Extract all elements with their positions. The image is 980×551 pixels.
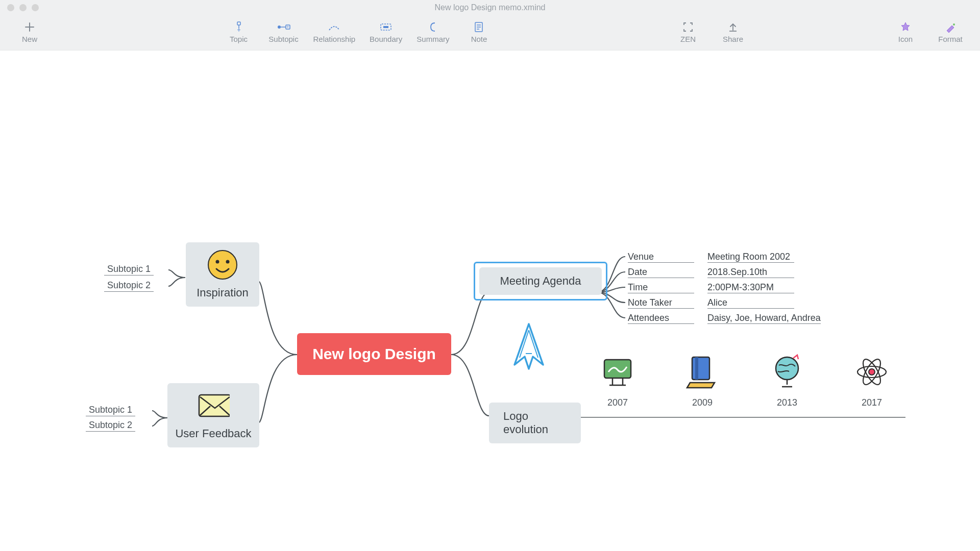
- toolbar-format[interactable]: Format: [928, 15, 973, 46]
- svg-text:+: +: [286, 24, 289, 30]
- icon-icon: [900, 19, 911, 35]
- toolbar-right-group-2: IconFormat: [883, 15, 980, 46]
- toolbar-label: Format: [938, 35, 963, 43]
- window-controls[interactable]: [0, 4, 39, 11]
- svg-point-2: [278, 26, 281, 29]
- topic-icon: +: [233, 19, 245, 35]
- svg-point-10: [216, 260, 219, 264]
- subtopic[interactable]: Subtopic 1: [104, 264, 154, 276]
- detail-key: Attendees: [628, 313, 694, 324]
- topic-logo-evolution[interactable]: Logo evolution: [489, 403, 581, 443]
- envelope-icon: [197, 389, 230, 422]
- toolbar-label: Relationship: [313, 35, 356, 43]
- format-icon: [945, 19, 956, 35]
- toolbar-label: New: [22, 35, 37, 43]
- svg-rect-0: [237, 22, 240, 25]
- topic-label: Inspiration: [197, 286, 249, 299]
- window-title: New logo Design memo.xmind: [435, 3, 546, 12]
- timeline-icon: [597, 354, 638, 390]
- timeline-icon: [682, 354, 723, 390]
- topic-inspiration[interactable]: Inspiration: [186, 242, 259, 307]
- svg-rect-6: [383, 26, 388, 28]
- meeting-detail-row[interactable]: VenueMeeting Room 2002: [628, 251, 794, 264]
- svg-point-16: [776, 357, 798, 380]
- meeting-detail-row[interactable]: AttendeesDaisy, Joe, Howard, Andrea: [628, 312, 821, 325]
- minimize-icon[interactable]: [19, 4, 27, 11]
- timeline-year: 2009: [682, 397, 723, 408]
- detail-value: Daisy, Joe, Howard, Andrea: [707, 313, 821, 324]
- svg-rect-12: [199, 395, 230, 416]
- toolbar-icon[interactable]: Icon: [883, 15, 928, 46]
- toolbar-relationship[interactable]: Relationship: [306, 15, 363, 46]
- subtopic[interactable]: Subtopic 2: [86, 420, 135, 432]
- svg-point-17: [869, 369, 875, 375]
- maximize-icon[interactable]: [32, 4, 39, 11]
- detail-key: Time: [628, 282, 694, 293]
- boundary-icon: [379, 19, 393, 35]
- timeline-year: 2007: [597, 397, 638, 408]
- subtopic[interactable]: Subtopic 2: [104, 280, 154, 292]
- title-bar: New logo Design memo.xmind: [0, 0, 980, 15]
- toolbar-label: Boundary: [370, 35, 402, 43]
- toolbar: New +Topic+SubtopicRelationshipBoundaryS…: [0, 15, 980, 51]
- toolbar-center-group: +Topic+SubtopicRelationshipBoundarySumma…: [216, 15, 502, 46]
- zen-icon: [682, 19, 694, 35]
- toolbar-label: Icon: [898, 35, 913, 43]
- mindmap-canvas[interactable]: New logo Design Inspiration Subtopic 1 S…: [0, 51, 980, 551]
- timeline-year: 2013: [767, 397, 807, 408]
- topic-meeting-agenda-selected[interactable]: Meeting Agenda: [474, 262, 607, 300]
- toolbar-note[interactable]: Note: [456, 15, 501, 46]
- note-icon: [474, 19, 484, 35]
- plus-icon: [24, 19, 35, 35]
- detail-value: 2018.Sep.10th: [707, 267, 794, 278]
- svg-point-9: [208, 251, 237, 279]
- meeting-detail-row[interactable]: Note TakerAlice: [628, 296, 794, 310]
- central-topic[interactable]: New logo Design: [297, 333, 451, 375]
- timeline-item-2013[interactable]: 2013: [767, 354, 807, 408]
- timeline-item-2007[interactable]: 2007: [597, 354, 638, 408]
- timeline-axis: [581, 417, 905, 418]
- meeting-detail-row[interactable]: Date2018.Sep.10th: [628, 266, 794, 279]
- smiley-icon: [206, 248, 239, 281]
- toolbar-label: ZEN: [680, 35, 696, 43]
- timeline-item-2017[interactable]: 2017: [851, 354, 892, 408]
- svg-rect-15: [695, 357, 698, 380]
- timeline-year: 2017: [851, 397, 892, 408]
- relationship-icon: [328, 19, 341, 35]
- subtopic[interactable]: Subtopic 1: [86, 405, 135, 416]
- toolbar-label: Subtopic: [268, 35, 298, 43]
- toolbar-summary[interactable]: Summary: [409, 15, 456, 46]
- topic-label: User Feedback: [175, 427, 251, 440]
- detail-key: Venue: [628, 252, 694, 263]
- detail-key: Note Taker: [628, 297, 694, 309]
- summary-icon: [428, 19, 438, 35]
- toolbar-label: Note: [471, 35, 487, 43]
- svg-rect-14: [692, 357, 709, 380]
- meeting-detail-row[interactable]: Time2:00PM-3:30PM: [628, 281, 794, 294]
- detail-key: Date: [628, 267, 694, 278]
- detail-value: Alice: [707, 297, 794, 309]
- svg-text:+: +: [237, 27, 240, 33]
- toolbar-share[interactable]: Share: [710, 15, 755, 46]
- svg-point-8: [953, 23, 955, 26]
- toolbar-zen[interactable]: ZEN: [666, 15, 710, 46]
- topic-label: Meeting Agenda: [500, 274, 581, 288]
- close-icon[interactable]: [7, 4, 14, 11]
- share-icon: [728, 19, 738, 35]
- timeline-item-2009[interactable]: 2009: [682, 354, 723, 408]
- topic-label: Logo evolution: [503, 410, 567, 436]
- topic-user-feedback[interactable]: User Feedback: [167, 383, 259, 447]
- detail-value: Meeting Room 2002: [707, 252, 794, 263]
- detail-value: 2:00PM-3:30PM: [707, 282, 794, 293]
- subtopic-icon: +: [276, 19, 291, 35]
- toolbar-new[interactable]: New: [7, 15, 52, 46]
- toolbar-boundary[interactable]: Boundary: [362, 15, 409, 46]
- svg-point-11: [226, 260, 230, 264]
- toolbar-label: Summary: [416, 35, 449, 43]
- toolbar-topic[interactable]: +Topic: [216, 15, 261, 46]
- toolbar-right-group-1: ZENShare: [666, 15, 755, 46]
- timeline-icon: [767, 354, 807, 390]
- toolbar-label: Share: [723, 35, 743, 43]
- toolbar-subtopic[interactable]: +Subtopic: [261, 15, 306, 46]
- toolbar-label: Topic: [230, 35, 248, 43]
